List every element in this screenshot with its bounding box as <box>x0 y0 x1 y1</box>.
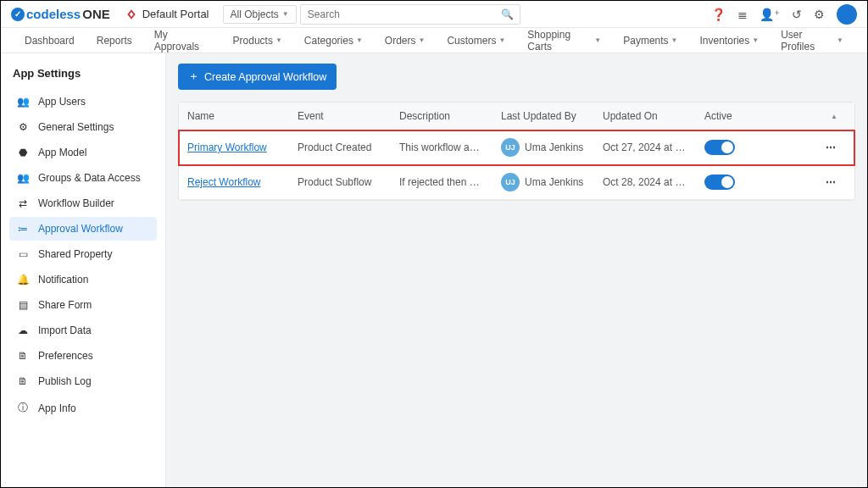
workflow-name-link[interactable]: Primary Workflow <box>187 141 267 153</box>
sidebar-item-label: Notification <box>38 274 88 286</box>
sidebar-icon: ⓘ <box>16 401 30 415</box>
app-logo[interactable]: ✓ codelessONE <box>11 7 110 21</box>
caret-down-icon: ▼ <box>275 36 282 44</box>
table-row[interactable]: Primary WorkflowProduct CreatedThis work… <box>179 130 854 165</box>
sidebar-item-approval-workflow[interactable]: ≔Approval Workflow <box>9 217 157 241</box>
th-user[interactable]: Last Updated By <box>492 103 594 130</box>
workflow-name-link[interactable]: Reject Workflow <box>187 176 260 188</box>
user-avatar-icon: UJ <box>501 173 520 191</box>
sidebar-item-label: Publish Log <box>38 375 92 387</box>
nav-dashboard[interactable]: Dashboard <box>25 35 75 47</box>
nav-shopping-carts[interactable]: Shopping Carts▼ <box>527 29 601 53</box>
nav-categories[interactable]: Categories▼ <box>304 35 363 47</box>
nav-customers[interactable]: Customers▼ <box>447 35 505 47</box>
nav-reports[interactable]: Reports <box>97 35 132 47</box>
sidebar-icon: 🗎 <box>16 375 30 387</box>
sort-icon[interactable]: ▲ <box>831 113 846 120</box>
user-name: Uma Jenkins <box>525 141 583 153</box>
nav-inventories[interactable]: Inventories▼ <box>700 35 760 47</box>
content: ＋ Create Approval Workflow Name Event De… <box>166 53 867 487</box>
logo-text-1: codeless <box>26 7 81 21</box>
sidebar-icon: ▤ <box>16 299 30 311</box>
object-selector[interactable]: All Objects ▼ <box>223 5 297 24</box>
sidebar-item-app-info[interactable]: ⓘApp Info <box>9 395 157 421</box>
user-avatar[interactable]: 👤 <box>837 4 857 25</box>
sidebar-icon: 👥 <box>16 172 30 184</box>
sidebar-item-label: App Users <box>38 96 86 108</box>
portal-selector[interactable]: Default Portal <box>125 8 209 20</box>
help-icon[interactable]: ❓ <box>711 8 726 21</box>
nav-orders[interactable]: Orders▼ <box>385 35 426 47</box>
sidebar-icon: ☁ <box>16 324 30 336</box>
nav-user-profiles[interactable]: User Profiles▼ <box>781 29 843 53</box>
sidebar-title: App Settings <box>13 67 153 80</box>
user-add-icon[interactable]: 👤⁺ <box>760 8 780 21</box>
active-toggle[interactable] <box>704 140 735 155</box>
row-actions-menu[interactable]: ⋯ <box>826 176 846 188</box>
sidebar-icon: 👥 <box>16 96 30 108</box>
topbar: ✓ codelessONE Default Portal All Objects… <box>1 1 867 28</box>
database-icon[interactable]: ≣ <box>737 8 748 21</box>
create-approval-workflow-button[interactable]: ＋ Create Approval Workflow <box>178 64 337 90</box>
top-icons: ❓ ≣ 👤⁺ ↺ ⚙ 👤 <box>711 4 857 25</box>
sidebar-item-workflow-builder[interactable]: ⇄Workflow Builder <box>9 191 157 215</box>
cell-date: Oct 28, 2024 at 7:5… <box>594 169 696 196</box>
cell-date: Oct 27, 2024 at 2:0… <box>594 134 696 161</box>
caret-down-icon: ▼ <box>282 10 289 18</box>
th-active[interactable]: Active <box>696 103 806 130</box>
search-input[interactable] <box>300 4 520 25</box>
table-row[interactable]: Reject WorkflowProduct SubflowIf rejecte… <box>179 165 854 200</box>
sidebar-item-share-form[interactable]: ▤Share Form <box>9 293 157 317</box>
caret-down-icon: ▼ <box>594 36 601 44</box>
cell-event: Product Created <box>289 134 391 161</box>
sidebar-item-general-settings[interactable]: ⚙General Settings <box>9 115 157 139</box>
sidebar-item-label: Workflow Builder <box>38 197 114 209</box>
cell-user: UJUma Jenkins <box>501 173 586 191</box>
cell-event: Product Subflow <box>289 169 391 196</box>
sidebar-item-label: App Info <box>38 402 76 414</box>
portal-name: Default Portal <box>142 8 209 20</box>
sidebar-item-groups---data-access[interactable]: 👥Groups & Data Access <box>9 166 157 190</box>
th-actions: ▲ <box>806 103 854 130</box>
sidebar-item-app-model[interactable]: ⬣App Model <box>9 141 157 164</box>
caret-down-icon: ▼ <box>498 36 505 44</box>
caret-down-icon: ▼ <box>356 36 363 44</box>
sidebar-item-preferences[interactable]: 🗎Preferences <box>9 344 157 368</box>
active-toggle[interactable] <box>704 175 735 190</box>
sidebar-icon: ⬣ <box>16 147 30 158</box>
object-selector-label: All Objects <box>231 8 279 20</box>
settings-icon[interactable]: ⚙ <box>814 8 825 21</box>
sidebar: App Settings 👥App Users⚙General Settings… <box>1 53 166 487</box>
cell-user: UJUma Jenkins <box>501 138 586 157</box>
nav-payments[interactable]: Payments▼ <box>623 35 677 47</box>
search-icon: 🔍 <box>501 8 514 20</box>
sidebar-icon: ≔ <box>16 223 30 235</box>
history-icon[interactable]: ↺ <box>792 8 802 21</box>
sidebar-icon: ⚙ <box>16 121 30 133</box>
sidebar-item-notification[interactable]: 🔔Notification <box>9 268 157 291</box>
nav-tabs: DashboardReportsMy ApprovalsProducts▼Cat… <box>1 28 867 53</box>
sidebar-item-label: Shared Property <box>38 248 112 260</box>
sidebar-item-publish-log[interactable]: 🗎Publish Log <box>9 369 157 393</box>
th-desc[interactable]: Description <box>391 103 492 130</box>
sidebar-item-app-users[interactable]: 👥App Users <box>9 90 157 114</box>
sidebar-item-import-data[interactable]: ☁Import Data <box>9 319 157 342</box>
logo-mark-icon: ✓ <box>11 8 25 21</box>
row-actions-menu[interactable]: ⋯ <box>826 141 846 153</box>
sidebar-item-label: Approval Workflow <box>38 223 123 235</box>
sidebar-item-label: Groups & Data Access <box>38 172 141 184</box>
th-event[interactable]: Event <box>289 103 391 130</box>
th-date[interactable]: Updated On <box>594 103 696 130</box>
sidebar-icon: ⇄ <box>16 197 30 209</box>
caret-down-icon: ▼ <box>752 36 759 44</box>
nav-my-approvals[interactable]: My Approvals <box>154 29 211 53</box>
workflow-table: Name Event Description Last Updated By U… <box>178 102 855 201</box>
nav-products[interactable]: Products▼ <box>233 35 282 47</box>
th-name[interactable]: Name <box>179 103 289 130</box>
main: App Settings 👥App Users⚙General Settings… <box>1 53 867 487</box>
sidebar-item-shared-property[interactable]: ▭Shared Property <box>9 242 157 266</box>
caret-down-icon: ▼ <box>419 36 426 44</box>
caret-down-icon: ▼ <box>837 36 843 44</box>
sidebar-item-label: Preferences <box>38 350 93 362</box>
plus-icon: ＋ <box>188 69 199 84</box>
